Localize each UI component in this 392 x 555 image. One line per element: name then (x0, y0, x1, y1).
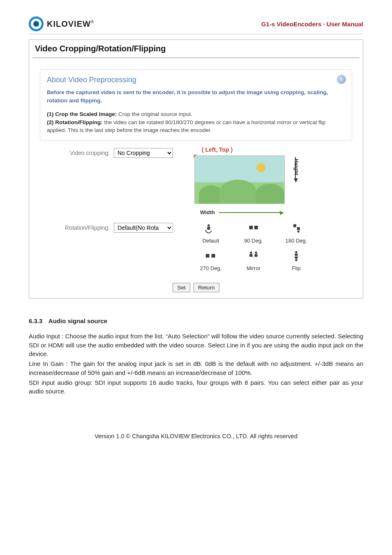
svg-point-17 (295, 259, 297, 261)
crop-preview: ( Left, Top ) Height Width (194, 147, 291, 208)
cropping-select[interactable]: No Cropping (114, 148, 173, 158)
svg-rect-8 (206, 254, 210, 258)
width-arrow-icon (219, 212, 281, 213)
svg-point-6 (297, 230, 300, 232)
set-button[interactable]: Set (173, 283, 190, 292)
rotation-180[interactable]: 180 Deg. (280, 222, 313, 244)
panel-title: Video Cropping/Rotation/Flipping (32, 42, 360, 58)
width-label: Width (200, 209, 215, 215)
header-doc-title: G1-s VideoEncoders · User Manual (261, 21, 363, 28)
return-button[interactable]: Return (194, 283, 219, 292)
rotation-default-icon (204, 222, 217, 235)
rotation-90[interactable]: 90 Deg. (237, 222, 270, 244)
info-icon: i (337, 75, 346, 84)
about-box: About Video Preprocessing i Before the c… (40, 69, 352, 141)
section-p2: Line In Gain : The gain for the analog i… (29, 359, 363, 377)
rotation-270-icon (204, 250, 217, 263)
form-area: Video cropping: No Cropping ( Left, Top … (40, 147, 352, 271)
rotation-flip[interactable]: Flip (280, 250, 313, 271)
svg-rect-9 (212, 254, 215, 258)
about-lead: Before the captured video is sent to the… (47, 88, 345, 104)
svg-rect-15 (295, 254, 298, 256)
preprocessing-panel: Video Cropping/Rotation/Flipping About V… (29, 39, 363, 298)
height-arrowhead-icon (294, 178, 298, 183)
svg-rect-16 (295, 257, 298, 259)
rotation-180-icon (290, 222, 303, 235)
section-p1: Audio Input : Choose the audio input fro… (29, 332, 363, 358)
height-arrow-icon (295, 157, 296, 179)
crop-preview-wrap: ( Left, Top ) Height Width (191, 147, 352, 208)
rotation-select[interactable]: Default(No Rota (114, 223, 173, 233)
crop-image-placeholder (194, 155, 285, 204)
about-item2-label: (2) Rotation/Flipping: (47, 119, 103, 125)
height-label: Height (293, 159, 300, 175)
section-p3: SDI input audio group: SDI input support… (29, 378, 363, 396)
svg-rect-4 (249, 226, 253, 229)
svg-point-12 (255, 251, 257, 253)
svg-rect-5 (293, 224, 296, 227)
rotation-mirror[interactable]: Mirror (237, 250, 270, 271)
rotation-row: Rotation/Flipping: Default(No Rota Defau… (40, 222, 352, 271)
cropping-label: Video cropping: (40, 150, 110, 156)
rotation-flip-icon (290, 250, 303, 263)
rotation-label: Rotation/Flipping: (40, 224, 110, 231)
page-header: KILOVIEW® G1-s VideoEncoders · User Manu… (29, 16, 363, 35)
button-row: Set Return (32, 279, 360, 294)
page-footer: Version 1.0 © Changsha KILOVIEW Electron… (29, 433, 363, 439)
about-body: (1) Crop the Scaled Image: Crop the orig… (47, 110, 345, 134)
svg-rect-7 (297, 227, 300, 230)
brand-name: KILOVIEW® (47, 19, 94, 29)
svg-rect-3 (254, 226, 258, 229)
width-arrowhead-icon (280, 211, 284, 215)
svg-rect-11 (249, 254, 252, 257)
rotation-270[interactable]: 270 Deg. (194, 250, 227, 271)
about-title: About Video Preprocessing (47, 76, 345, 84)
rotation-options: Default 90 Deg. 180 Deg. (191, 222, 352, 271)
rotation-90-icon (247, 222, 260, 235)
svg-point-14 (295, 251, 297, 253)
cropping-row: Video cropping: No Cropping ( Left, Top … (40, 147, 352, 208)
about-item1-label: (1) Crop the Scaled Image: (47, 111, 117, 117)
svg-point-0 (208, 224, 210, 226)
svg-rect-13 (255, 254, 258, 257)
logo-icon (29, 16, 44, 31)
section-heading: 6.3.3 Audio signal source (29, 317, 363, 324)
rotation-mirror-icon (247, 250, 260, 263)
crop-left-top-label: ( Left, Top ) (202, 146, 233, 153)
about-item1-text: Crop the original source input. (117, 111, 192, 117)
rotation-default[interactable]: Default (194, 222, 227, 244)
brand-logo: KILOVIEW® (29, 16, 94, 31)
svg-rect-1 (207, 227, 210, 229)
svg-point-10 (250, 251, 252, 253)
